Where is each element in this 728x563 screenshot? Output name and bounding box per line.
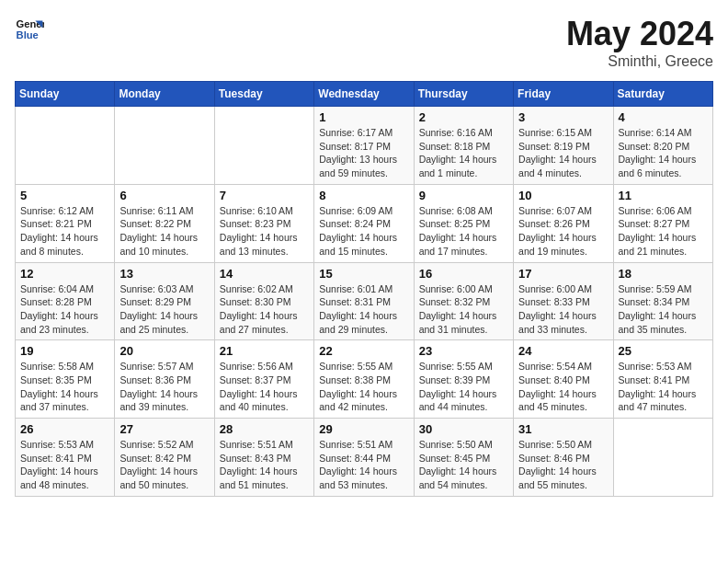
day-number: 31 [518,422,608,436]
calendar-week-row: 5Sunrise: 6:12 AMSunset: 8:21 PMDaylight… [16,184,713,262]
day-info: Sunrise: 5:55 AMSunset: 8:38 PMDaylight:… [319,360,408,414]
calendar-cell: 28Sunrise: 5:51 AMSunset: 8:43 PMDayligh… [214,419,313,497]
day-number: 4 [619,110,708,124]
day-info: Sunrise: 6:15 AMSunset: 8:19 PMDaylight:… [518,126,608,180]
day-info: Sunrise: 6:04 AMSunset: 8:28 PMDaylight:… [20,282,109,337]
calendar-cell: 16Sunrise: 6:00 AMSunset: 8:32 PMDayligh… [414,262,513,340]
day-info: Sunrise: 5:59 AMSunset: 8:34 PMDaylight:… [619,282,708,337]
day-number: 7 [220,189,309,202]
calendar-cell: 23Sunrise: 5:55 AMSunset: 8:39 PMDayligh… [414,340,513,419]
calendar-cell: 1Sunrise: 6:17 AMSunset: 8:17 PMDaylight… [314,107,414,185]
calendar-cell: 26Sunrise: 5:53 AMSunset: 8:41 PMDayligh… [16,419,115,497]
location-title: Sminthi, Greece [566,53,713,70]
day-number: 14 [220,267,309,281]
day-info: Sunrise: 5:50 AMSunset: 8:46 PMDaylight:… [518,438,608,492]
calendar-cell: 20Sunrise: 5:57 AMSunset: 8:36 PMDayligh… [115,340,214,419]
calendar-cell: 10Sunrise: 6:07 AMSunset: 8:26 PMDayligh… [514,184,613,262]
logo-icon: General Blue [15,15,44,44]
day-info: Sunrise: 5:51 AMSunset: 8:44 PMDaylight:… [319,438,408,492]
day-info: Sunrise: 6:16 AMSunset: 8:18 PMDaylight:… [419,126,508,180]
day-info: Sunrise: 5:56 AMSunset: 8:37 PMDaylight:… [220,360,309,414]
day-number: 30 [419,422,508,436]
day-number: 18 [619,267,708,281]
day-number: 24 [518,344,608,358]
calendar-cell: 9Sunrise: 6:08 AMSunset: 8:25 PMDaylight… [414,184,513,262]
calendar-week-row: 19Sunrise: 5:58 AMSunset: 8:35 PMDayligh… [16,340,713,419]
calendar-cell: 4Sunrise: 6:14 AMSunset: 8:20 PMDaylight… [613,107,712,185]
day-info: Sunrise: 5:57 AMSunset: 8:36 PMDaylight:… [119,360,209,414]
day-info: Sunrise: 5:51 AMSunset: 8:43 PMDaylight:… [220,438,309,492]
calendar-cell: 15Sunrise: 6:01 AMSunset: 8:31 PMDayligh… [314,262,414,340]
day-number: 8 [319,189,408,202]
day-number: 23 [419,344,508,358]
day-number: 5 [20,189,109,202]
day-number: 3 [518,110,608,124]
calendar-cell: 22Sunrise: 5:55 AMSunset: 8:38 PMDayligh… [314,340,414,419]
calendar-week-row: 12Sunrise: 6:04 AMSunset: 8:28 PMDayligh… [16,262,713,340]
day-info: Sunrise: 6:03 AMSunset: 8:29 PMDaylight:… [119,282,209,337]
calendar-cell: 30Sunrise: 5:50 AMSunset: 8:45 PMDayligh… [414,419,513,497]
day-number: 28 [220,422,309,436]
calendar-cell: 8Sunrise: 6:09 AMSunset: 8:24 PMDaylight… [314,184,414,262]
weekday-header: Sunday [16,82,115,107]
calendar-cell [214,107,313,185]
weekday-header: Friday [514,82,613,107]
day-info: Sunrise: 6:12 AMSunset: 8:21 PMDaylight:… [20,204,109,259]
day-info: Sunrise: 6:01 AMSunset: 8:31 PMDaylight:… [319,282,408,337]
calendar-cell: 5Sunrise: 6:12 AMSunset: 8:21 PMDaylight… [16,184,115,262]
day-info: Sunrise: 6:00 AMSunset: 8:32 PMDaylight:… [419,282,508,337]
calendar-cell: 11Sunrise: 6:06 AMSunset: 8:27 PMDayligh… [613,184,712,262]
day-number: 21 [220,344,309,358]
calendar-cell: 12Sunrise: 6:04 AMSunset: 8:28 PMDayligh… [16,262,115,340]
weekday-header: Wednesday [314,82,414,107]
day-info: Sunrise: 6:14 AMSunset: 8:20 PMDaylight:… [619,126,708,180]
calendar-cell: 24Sunrise: 5:54 AMSunset: 8:40 PMDayligh… [514,340,613,419]
day-info: Sunrise: 6:10 AMSunset: 8:23 PMDaylight:… [220,204,309,259]
calendar-cell [16,107,115,185]
weekday-header: Thursday [414,82,513,107]
weekday-header: Monday [115,82,214,107]
day-info: Sunrise: 6:02 AMSunset: 8:30 PMDaylight:… [220,282,309,337]
title-block: May 2024 Sminthi, Greece [566,15,713,70]
day-info: Sunrise: 6:06 AMSunset: 8:27 PMDaylight:… [619,204,708,259]
calendar-week-row: 26Sunrise: 5:53 AMSunset: 8:41 PMDayligh… [16,419,713,497]
day-info: Sunrise: 5:53 AMSunset: 8:41 PMDaylight:… [619,360,708,414]
day-number: 17 [518,267,608,281]
day-info: Sunrise: 6:07 AMSunset: 8:26 PMDaylight:… [518,204,608,259]
calendar-cell: 13Sunrise: 6:03 AMSunset: 8:29 PMDayligh… [115,262,214,340]
day-info: Sunrise: 6:08 AMSunset: 8:25 PMDaylight:… [419,204,508,259]
weekday-header: Saturday [613,82,712,107]
weekday-header-row: SundayMondayTuesdayWednesdayThursdayFrid… [16,82,713,107]
day-number: 20 [119,344,209,358]
day-number: 29 [319,422,408,436]
day-number: 2 [419,110,508,124]
calendar-cell: 31Sunrise: 5:50 AMSunset: 8:46 PMDayligh… [514,419,613,497]
page-header: General Blue May 2024 Sminthi, Greece [15,15,713,70]
day-info: Sunrise: 6:11 AMSunset: 8:22 PMDaylight:… [119,204,209,259]
calendar-cell: 29Sunrise: 5:51 AMSunset: 8:44 PMDayligh… [314,419,414,497]
day-info: Sunrise: 5:50 AMSunset: 8:45 PMDaylight:… [419,438,508,492]
calendar-cell: 21Sunrise: 5:56 AMSunset: 8:37 PMDayligh… [214,340,313,419]
calendar-cell: 27Sunrise: 5:52 AMSunset: 8:42 PMDayligh… [115,419,214,497]
calendar-cell: 6Sunrise: 6:11 AMSunset: 8:22 PMDaylight… [115,184,214,262]
calendar-cell: 17Sunrise: 6:00 AMSunset: 8:33 PMDayligh… [514,262,613,340]
day-number: 19 [20,344,109,358]
calendar-cell: 25Sunrise: 5:53 AMSunset: 8:41 PMDayligh… [613,340,712,419]
calendar-cell: 18Sunrise: 5:59 AMSunset: 8:34 PMDayligh… [613,262,712,340]
day-number: 13 [119,267,209,281]
day-number: 15 [319,267,408,281]
day-number: 16 [419,267,508,281]
calendar-cell [115,107,214,185]
day-number: 6 [119,189,209,202]
calendar-cell: 7Sunrise: 6:10 AMSunset: 8:23 PMDaylight… [214,184,313,262]
calendar-table: SundayMondayTuesdayWednesdayThursdayFrid… [15,81,713,497]
day-number: 10 [518,189,608,202]
day-info: Sunrise: 5:55 AMSunset: 8:39 PMDaylight:… [419,360,508,414]
day-number: 1 [319,110,408,124]
logo: General Blue [15,15,44,44]
day-info: Sunrise: 6:17 AMSunset: 8:17 PMDaylight:… [319,126,408,180]
day-info: Sunrise: 5:52 AMSunset: 8:42 PMDaylight:… [119,438,209,492]
svg-text:Blue: Blue [17,29,39,40]
calendar-cell [613,419,712,497]
day-info: Sunrise: 5:53 AMSunset: 8:41 PMDaylight:… [20,438,109,492]
